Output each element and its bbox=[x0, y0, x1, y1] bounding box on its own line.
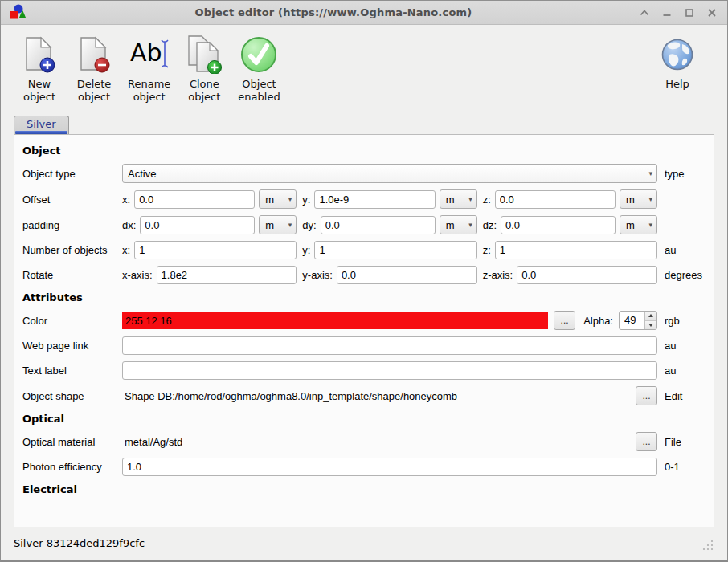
close-icon bbox=[707, 8, 717, 18]
text-label-unit: au bbox=[657, 364, 707, 377]
offset-x-sublabel: x: bbox=[122, 193, 130, 206]
padding-dy-input[interactable] bbox=[321, 216, 436, 234]
rotate-y-axis-input[interactable] bbox=[337, 266, 477, 284]
close-button[interactable] bbox=[706, 7, 718, 18]
object-enabled-button[interactable]: Object enabled bbox=[238, 35, 280, 103]
minimize-button[interactable] bbox=[661, 7, 673, 18]
delete-document-icon bbox=[76, 35, 112, 75]
color-browse-button[interactable]: ... bbox=[554, 311, 575, 330]
row-number-of-objects: Number of objects x: y: z: au bbox=[22, 241, 707, 259]
rotate-z-axis-input[interactable] bbox=[517, 266, 657, 284]
tabbar: Silver bbox=[14, 116, 714, 134]
photon-efficiency-label: Photon efficiency bbox=[22, 461, 122, 473]
resize-grip[interactable] bbox=[701, 539, 714, 552]
titlebar: Object editor (https://www.Oghma-Nano.co… bbox=[1, 1, 727, 25]
padding-dz-unit-combo[interactable]: m ▾ bbox=[620, 215, 657, 234]
object-shape-label: Object shape bbox=[22, 390, 122, 402]
padding-dx-input[interactable] bbox=[140, 216, 255, 234]
maximize-button[interactable] bbox=[684, 7, 695, 18]
chevron-down-icon: ▾ bbox=[284, 221, 297, 229]
row-object-shape: Object shape Shape DB:/home/rod/oghma/og… bbox=[22, 386, 707, 405]
offset-x-unit-combo[interactable]: m ▾ bbox=[259, 189, 297, 209]
section-object: Object bbox=[22, 145, 707, 157]
rename-object-button[interactable]: Ab Rename object bbox=[128, 35, 170, 103]
optical-material-unit: File bbox=[657, 436, 707, 448]
number-x-input[interactable] bbox=[134, 241, 297, 259]
delete-object-button[interactable]: Delete object bbox=[73, 35, 115, 103]
offset-z-unit-combo[interactable]: m ▾ bbox=[620, 189, 657, 209]
offset-label: Offset bbox=[22, 193, 122, 206]
rename-text-cursor-icon: Ab bbox=[129, 35, 170, 75]
padding-dx-unit-combo[interactable]: m ▾ bbox=[259, 215, 297, 234]
statusbar: Silver 83124ded129f9cfc bbox=[14, 537, 727, 549]
rotate-label: Rotate bbox=[22, 269, 122, 281]
globe-icon bbox=[660, 35, 695, 75]
object-type-unit: type bbox=[657, 168, 707, 180]
help-button[interactable]: Help bbox=[656, 35, 698, 91]
minimize-icon bbox=[662, 8, 672, 18]
section-electrical: Electrical bbox=[22, 483, 707, 495]
optical-material-browse-button[interactable]: ... bbox=[636, 432, 657, 451]
offset-z-input[interactable] bbox=[495, 190, 616, 209]
shade-button[interactable] bbox=[639, 7, 650, 18]
object-type-label: Object type bbox=[22, 168, 122, 180]
alpha-spinbox[interactable]: 49 bbox=[619, 311, 657, 330]
chevron-down-icon: ▾ bbox=[644, 195, 656, 203]
delete-object-label: Delete object bbox=[77, 78, 112, 103]
triangle-down-icon bbox=[648, 324, 653, 327]
web-page-link-unit: au bbox=[657, 340, 707, 352]
padding-label: padding bbox=[22, 219, 122, 231]
padding-dx-sublabel: dx: bbox=[122, 219, 136, 231]
clone-object-label: Clone object bbox=[188, 78, 220, 103]
clone-object-button[interactable]: Clone object bbox=[183, 35, 225, 103]
optical-material-label: Optical material bbox=[22, 436, 122, 448]
object-editor-window: Object editor (https://www.Oghma-Nano.co… bbox=[0, 0, 728, 562]
number-z-input[interactable] bbox=[495, 241, 657, 259]
status-text: Silver 83124ded129f9cfc bbox=[14, 537, 145, 549]
object-type-value: Active bbox=[128, 168, 156, 180]
rotate-x-axis-sublabel: x-axis: bbox=[122, 269, 153, 281]
row-color: Color 255 12 16 ... Alpha: 49 rgb bbox=[22, 311, 707, 330]
enabled-checkmark-icon bbox=[239, 35, 278, 75]
number-y-input[interactable] bbox=[314, 241, 476, 259]
row-optical-material: Optical material metal/Ag/std ... File bbox=[22, 432, 707, 451]
color-label: Color bbox=[22, 315, 122, 327]
chevron-up-icon bbox=[640, 10, 649, 16]
chevron-down-icon: ▾ bbox=[644, 169, 656, 177]
row-offset: Offset x: m ▾ y: m ▾ bbox=[22, 189, 707, 209]
window-controls bbox=[639, 7, 718, 18]
object-enabled-label: Object enabled bbox=[238, 78, 280, 103]
padding-dy-unit-combo[interactable]: m ▾ bbox=[440, 215, 477, 234]
color-unit: rgb bbox=[657, 315, 707, 327]
offset-y-input[interactable] bbox=[314, 190, 435, 209]
svg-text:Ab: Ab bbox=[130, 39, 162, 67]
color-swatch[interactable]: 255 12 16 bbox=[122, 312, 548, 329]
photon-efficiency-input[interactable] bbox=[122, 458, 657, 476]
rotate-x-axis-input[interactable] bbox=[157, 266, 297, 284]
padding-dz-input[interactable] bbox=[501, 216, 616, 234]
window-title: Object editor (https://www.Oghma-Nano.co… bbox=[28, 6, 639, 18]
rotate-z-axis-sublabel: z-axis: bbox=[483, 269, 513, 281]
chevron-down-icon: ▾ bbox=[464, 195, 476, 203]
row-text-label: Text label au bbox=[22, 361, 707, 380]
row-rotate: Rotate x-axis: y-axis: z-axis: degrees bbox=[22, 266, 707, 284]
tab-silver[interactable]: Silver bbox=[14, 116, 69, 134]
section-attributes: Attributes bbox=[22, 291, 707, 303]
section-optical: Optical bbox=[22, 413, 707, 425]
text-label-input[interactable] bbox=[122, 361, 657, 380]
rename-object-label: Rename object bbox=[128, 78, 170, 103]
optical-material-value: metal/Ag/std bbox=[122, 436, 630, 448]
object-shape-unit: Edit bbox=[657, 390, 707, 402]
alpha-spin-down-button[interactable] bbox=[645, 321, 656, 330]
new-object-button[interactable]: New object bbox=[18, 35, 60, 103]
number-z-sublabel: z: bbox=[483, 244, 491, 256]
web-page-link-input[interactable] bbox=[122, 336, 657, 355]
offset-x-input[interactable] bbox=[134, 190, 255, 209]
offset-y-unit-combo[interactable]: m ▾ bbox=[440, 189, 477, 209]
alpha-spin-up-button[interactable] bbox=[645, 312, 656, 321]
rotate-y-axis-sublabel: y-axis: bbox=[302, 269, 333, 281]
triangle-up-icon bbox=[648, 314, 653, 317]
object-type-combo[interactable]: Active ▾ bbox=[122, 164, 657, 183]
object-shape-browse-button[interactable]: ... bbox=[636, 386, 657, 405]
chevron-down-icon: ▾ bbox=[464, 221, 476, 229]
